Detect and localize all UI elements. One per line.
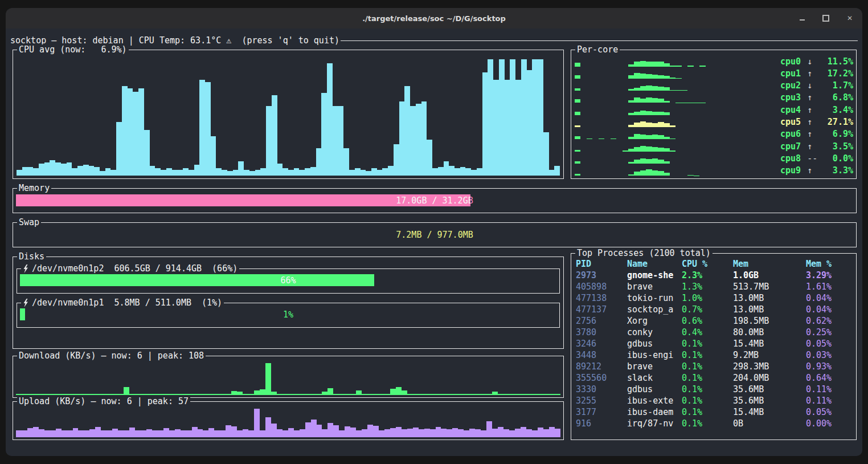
- bar: [486, 394, 492, 395]
- table-row[interactable]: 355560slack0.1%204.0MB0.64%: [576, 372, 853, 384]
- bar: [402, 390, 407, 395]
- trend-up-icon: ↑: [801, 117, 818, 127]
- bar: [112, 394, 118, 395]
- core-value: 0.0%: [824, 153, 853, 164]
- bar: [89, 394, 95, 395]
- bar: [765, 166, 771, 176]
- table-row[interactable]: 3177ibus-daem0.1%15.4MB0.05%: [576, 406, 853, 418]
- bar: [634, 112, 640, 115]
- cell-cpu: 2.3%: [682, 270, 733, 281]
- table-row[interactable]: 2756Xorg0.6%198.5MB0.62%: [576, 315, 853, 327]
- bar: [575, 174, 580, 176]
- table-row[interactable]: 89212brave0.1%298.3MB0.93%: [576, 361, 853, 372]
- bar: [447, 429, 452, 437]
- bar: [255, 170, 261, 176]
- close-button[interactable]: ✕: [845, 14, 854, 23]
- bar: [67, 394, 73, 395]
- cell-name: gnome-she: [627, 270, 682, 281]
- bar: [361, 170, 366, 176]
- bar: [72, 168, 77, 176]
- bar: [441, 429, 447, 437]
- bar: [771, 117, 776, 127]
- bar: [628, 125, 634, 128]
- table-row[interactable]: 3448ibus-engi0.1%9.2MB0.03%: [576, 349, 853, 361]
- maximize-button[interactable]: [821, 14, 830, 23]
- bar: [664, 87, 670, 91]
- core-value: 3.3%: [818, 165, 853, 176]
- core-name: cpu1: [780, 68, 801, 79]
- bar: [640, 86, 646, 91]
- bar: [399, 101, 405, 176]
- bar: [107, 430, 112, 438]
- bar: [765, 129, 771, 139]
- core-label: cpu0 ↓ 11.5%: [780, 56, 853, 67]
- upload-panel: Upload (KB/s) — now: 6 | peak: 57: [13, 401, 564, 440]
- core-value: 3.4%: [818, 105, 853, 115]
- disk1-panel: /dev/nvme0n1p2 606.5GB / 914.4GB (66%) 6…: [17, 268, 560, 294]
- cell-name: brave: [627, 281, 682, 292]
- bar: [355, 168, 361, 176]
- bar: [141, 394, 146, 395]
- cell-pid: 2973: [576, 270, 627, 281]
- window-title: ./target/release/soc ~/D/G/socktop: [362, 14, 506, 23]
- bar: [373, 426, 379, 437]
- bar: [658, 75, 664, 79]
- bar: [521, 59, 527, 176]
- bar: [658, 62, 664, 67]
- bar: [300, 429, 305, 437]
- table-row[interactable]: 3246gdbus0.1%15.4MB0.05%: [576, 338, 853, 349]
- bar: [706, 117, 711, 127]
- bar: [345, 394, 350, 395]
- core-sparkline: [575, 153, 777, 164]
- bar: [362, 394, 367, 395]
- bar: [658, 87, 664, 91]
- bar: [527, 70, 533, 176]
- table-row[interactable]: 405898brave1.3%513.7MB1.61%: [576, 281, 853, 292]
- table-row[interactable]: 916irq/87-nv0.1%0B0.00%: [576, 418, 853, 429]
- bar: [747, 105, 753, 115]
- cell-memp: 0.04%: [806, 304, 853, 315]
- bar: [33, 427, 39, 437]
- bar: [122, 86, 128, 176]
- bar: [128, 88, 133, 176]
- bar: [22, 167, 28, 176]
- bar: [124, 387, 129, 395]
- bar: [231, 391, 237, 395]
- table-row[interactable]: 3330gdbus0.1%35.6MB0.11%: [576, 384, 853, 395]
- bar: [373, 394, 379, 395]
- bar: [233, 170, 239, 176]
- bar: [410, 106, 416, 176]
- table-row[interactable]: 3780conky0.4%80.0MB0.25%: [576, 327, 853, 338]
- table-row[interactable]: 3255ibus-exte0.1%35.6MB0.11%: [576, 395, 853, 406]
- bar: [455, 168, 460, 176]
- bar: [543, 132, 549, 176]
- table-row[interactable]: 477138tokio-run1.0%13.0MB0.04%: [576, 292, 853, 304]
- bar: [404, 86, 410, 176]
- core-value: 6.8%: [818, 92, 853, 103]
- minimize-button[interactable]: [797, 14, 806, 23]
- bar: [670, 125, 675, 127]
- cell-mem: 198.5MB: [733, 315, 806, 327]
- bar: [759, 154, 765, 164]
- bar: [83, 165, 89, 176]
- core-sparkline: [575, 56, 777, 67]
- core-name: cpu6: [780, 129, 801, 139]
- bar: [706, 105, 711, 115]
- table-row[interactable]: 477137socktop_a0.7%13.0MB0.04%: [576, 304, 853, 315]
- core-name: cpu5: [780, 117, 801, 127]
- trend-up-icon: ↑: [801, 105, 818, 115]
- bar: [711, 117, 717, 127]
- bar: [214, 394, 220, 395]
- cell-cpu: 1.3%: [682, 281, 733, 292]
- cell-cpu: 0.1%: [682, 406, 733, 418]
- bar: [634, 97, 640, 103]
- bar: [118, 394, 124, 395]
- bar: [759, 81, 765, 91]
- bar: [543, 429, 549, 437]
- bar: [628, 149, 634, 152]
- core-label: cpu6 ↑ 6.9%: [780, 129, 853, 139]
- top-processes-panel: Top Processes (2100 total) PID Name CPU …: [571, 253, 857, 440]
- bar: [300, 394, 305, 395]
- table-row[interactable]: 2973gnome-she2.3%1.0GB3.29%: [576, 270, 853, 281]
- bar: [503, 394, 509, 395]
